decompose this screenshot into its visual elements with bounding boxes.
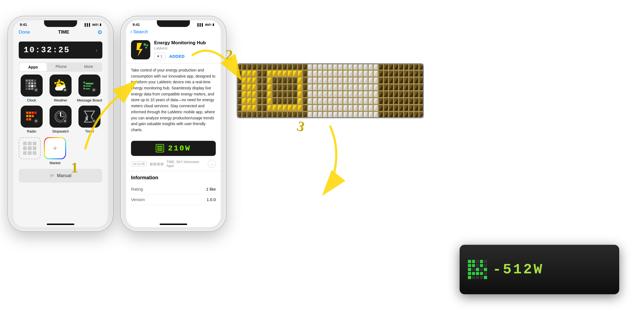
dot1: [157, 146, 159, 147]
timer-app-icon: [82, 109, 97, 124]
app-radio[interactable]: Radio: [19, 106, 44, 133]
svg-rect-15: [31, 88, 33, 90]
app-clock-label: Clock: [27, 98, 36, 102]
tab-phone[interactable]: Phone: [47, 62, 75, 72]
app-description: Take control of your energy production a…: [126, 63, 221, 137]
done-button[interactable]: Done: [19, 29, 30, 35]
app-stopwatch[interactable]: Stopwatch: [48, 106, 73, 133]
signal-icon-2: ▌▌▌: [197, 23, 204, 26]
expand-button[interactable]: ⌄: [208, 160, 216, 168]
svg-rect-37: [86, 86, 91, 87]
tab-more[interactable]: More: [75, 62, 102, 72]
app-message[interactable]: Message Board: [77, 75, 102, 102]
dot6: [161, 148, 163, 149]
svg-rect-43: [26, 112, 28, 114]
phone-notch: [44, 20, 77, 27]
home-indicator-2: [160, 224, 187, 225]
svg-rect-38: [83, 88, 85, 89]
svg-point-18: [35, 89, 37, 91]
battery-icon-1: ▮: [100, 23, 101, 26]
gear-icon[interactable]: ⚙: [97, 29, 102, 35]
dot5: [159, 148, 161, 149]
svg-rect-23: [58, 81, 60, 83]
app-actions: ♥ 1 ADDED: [154, 53, 216, 60]
svg-rect-49: [32, 115, 34, 117]
svg-point-65: [93, 120, 95, 122]
app-detail-header: Energy Monitoring Hub LaMetric ♥ 1 ADDED: [126, 37, 221, 63]
app-detail-icon: [131, 40, 150, 59]
app-weather[interactable]: Weather: [48, 75, 73, 102]
app-timer[interactable]: Timer: [77, 106, 102, 133]
svg-point-53: [35, 120, 37, 122]
svg-point-41: [93, 89, 95, 91]
info-section: Information Rating 1 like Version 1.0.0: [126, 171, 221, 209]
wifi-icon-2: WiFi: [205, 23, 211, 26]
signal-icon-1: ▌▌▌: [84, 23, 91, 26]
hand-icon: ☞: [50, 173, 54, 179]
app-name: Energy Monitoring Hub: [154, 40, 216, 46]
status-icons-2: ▌▌▌ WiFi ▮: [197, 23, 214, 26]
led-canvas: [237, 63, 424, 118]
svg-rect-34: [83, 82, 85, 83]
stopwatch-app-icon: [53, 109, 68, 124]
battery-icon-2: ▮: [212, 23, 214, 26]
tab-bar: Apps Phone More: [19, 62, 102, 72]
svg-rect-7: [31, 82, 33, 84]
svg-rect-2: [28, 79, 31, 82]
badge-2: 2: [226, 47, 233, 63]
phone-2: 9:41 ▌▌▌ WiFi ▮ ‹ Search: [121, 16, 226, 231]
svg-rect-5: [26, 82, 28, 84]
app-detail-info: Energy Monitoring Hub LaMetric ♥ 1 ADDED: [154, 40, 216, 60]
manual-label: Manual: [57, 173, 71, 178]
dot8: [159, 149, 161, 151]
version-label: Version: [131, 197, 145, 202]
heart-button[interactable]: ♥ 1: [154, 53, 165, 60]
svg-point-60: [64, 120, 66, 122]
info-row-rating: Rating 1 like: [131, 184, 216, 194]
status-time-2: 9:41: [133, 23, 140, 27]
svg-rect-9: [26, 85, 28, 87]
weather-app-icon: [53, 78, 68, 93]
svg-rect-6: [28, 82, 31, 84]
status-icons-1: ▌▌▌ WiFi ▮: [84, 23, 101, 26]
clock-display: 10:32:25 ›: [19, 42, 102, 59]
phone-2-notch: [157, 20, 190, 27]
badge-3: 3: [295, 118, 306, 135]
back-label[interactable]: Search: [133, 29, 148, 35]
app-clock[interactable]: Clock: [19, 75, 44, 102]
added-button[interactable]: ADDED: [169, 54, 185, 59]
carousel-icon: ◼◼◼◼: [149, 161, 164, 166]
svg-rect-10: [28, 85, 31, 87]
info-title: Information: [131, 175, 216, 181]
svg-rect-24: [61, 81, 62, 83]
preview-icon-bar: [156, 144, 164, 152]
app-timer-label: Timer: [85, 129, 94, 133]
svg-rect-8: [34, 82, 36, 84]
svg-rect-25: [62, 82, 64, 83]
tab-apps[interactable]: Apps: [19, 63, 47, 71]
app-grid: Clock: [13, 75, 108, 133]
dot2: [159, 146, 161, 147]
svg-rect-21: [54, 82, 56, 84]
dot3: [161, 146, 163, 147]
svg-rect-68: [144, 43, 146, 46]
app-carousel: 10:11:35 ◼◼◼◼ TIME, SKY Infoscreen Apps …: [126, 160, 221, 171]
rating-value: 1 like: [206, 187, 216, 191]
carousel-label: TIME, SKY Infoscreen Apps: [167, 160, 205, 168]
page-title-1: TIME: [58, 29, 69, 35]
clock-app-icon: [24, 78, 39, 93]
svg-point-32: [64, 89, 66, 91]
phone-1-screen: 9:41 ▌▌▌ WiFi ▮ Done TIME ⚙ 10:32:25 › A…: [13, 20, 108, 227]
svg-rect-4: [34, 79, 36, 82]
back-arrow-icon[interactable]: ‹: [130, 29, 132, 35]
svg-rect-20: [58, 79, 60, 81]
manual-bar[interactable]: ☞ Manual: [19, 169, 102, 183]
chevron-right-icon: ›: [95, 47, 97, 53]
market-button[interactable]: + Market: [44, 137, 66, 165]
app-developer: LaMetric: [154, 46, 216, 50]
svg-rect-22: [57, 82, 58, 83]
carousel-time: 10:11:35: [131, 161, 147, 167]
svg-rect-47: [26, 115, 28, 117]
svg-rect-63: [86, 117, 88, 120]
led-large-display: [237, 63, 424, 118]
